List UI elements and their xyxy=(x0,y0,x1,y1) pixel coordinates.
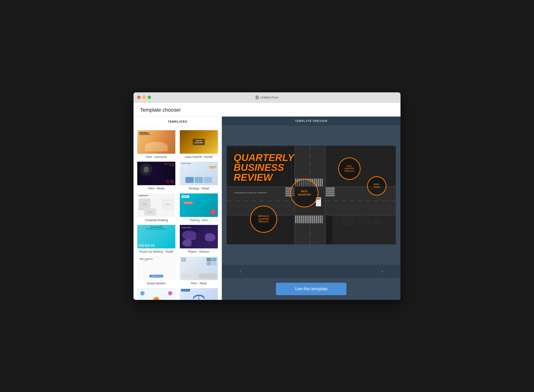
template-label-pitch-media: Pitch - Media xyxy=(148,187,164,191)
svg-rect-58 xyxy=(318,215,319,223)
svg-rect-55 xyxy=(312,215,313,223)
template-item-exec-brief[interactable]: INSURANCE xyxy=(179,288,219,300)
svg-rect-48 xyxy=(299,215,300,223)
template-thumb-around-topic xyxy=(137,288,176,300)
traffic-lights xyxy=(137,96,151,99)
template-label-pitch-insurance: Pitch - Insurance xyxy=(146,155,167,159)
svg-rect-29 xyxy=(325,193,335,194)
svg-rect-53 xyxy=(308,215,309,223)
svg-line-1 xyxy=(159,293,172,300)
preview-panel: TEMPLATE PREVIEW xyxy=(222,117,401,300)
template-item-strategy-retail[interactable]: Retail Strategy Strat xyxy=(179,161,219,191)
templates-grid: INSURANCESALES PITCH Pitch - Insurance S… xyxy=(133,127,222,300)
svg-rect-59 xyxy=(320,215,321,223)
templates-header: TEMPLATES xyxy=(133,117,222,127)
template-thumb-simple-modern: SIMPLE TEMPLATE SUBTITLE SIMPLE TOPIC 01 xyxy=(137,256,176,281)
template-thumb-exec-brief: INSURANCE xyxy=(179,288,218,300)
nav-arrows: ‹ › xyxy=(222,265,401,278)
template-item-simple-modern[interactable]: SIMPLE TEMPLATE SUBTITLE SIMPLE TOPIC 01… xyxy=(136,256,177,285)
prev-arrow[interactable]: ‹ xyxy=(236,267,244,276)
preview-footer: Use this template xyxy=(222,278,401,300)
svg-rect-49 xyxy=(301,215,302,223)
template-item-pitch-retail[interactable]: RETAILSALESPITCH xyxy=(179,256,219,285)
svg-rect-28 xyxy=(325,191,335,192)
svg-rect-52 xyxy=(306,215,308,223)
svg-rect-76 xyxy=(342,216,356,226)
template-item-pitch-media[interactable]: MEDIA SALESPITCH Pitch - Media xyxy=(136,161,177,191)
maximize-button[interactable] xyxy=(148,96,151,99)
template-thumb-pitch-retail: RETAILSALESPITCH xyxy=(179,256,218,281)
svg-rect-56 xyxy=(314,215,315,223)
svg-rect-50 xyxy=(303,215,304,223)
svg-rect-44 xyxy=(320,179,321,187)
app-header: Template chooser xyxy=(133,103,401,117)
template-thumb-report-abstract: Project report xyxy=(179,224,218,249)
window-title-text: Untitled Prezi xyxy=(260,96,278,99)
template-thumb-roundup-health: HEALTHCARE Weekly-Monthly Roundup Meetin… xyxy=(137,224,176,249)
document-icon xyxy=(255,95,259,99)
svg-rect-47 xyxy=(297,215,298,223)
preview-header: TEMPLATE PREVIEW xyxy=(222,117,401,126)
svg-rect-78 xyxy=(372,219,382,226)
title-bar: Untitled Prezi xyxy=(133,92,401,103)
prev-icon: ‹ xyxy=(239,269,241,274)
template-item-creativity[interactable]: CREATIVITY TOPIC 1 TOPIC 2 TOPIC 3 Creat… xyxy=(136,193,177,222)
svg-rect-64 xyxy=(325,146,326,244)
template-thumb-sales-kickoff: SALESKICKOFF xyxy=(179,130,218,154)
page-title: Template chooser xyxy=(140,107,394,113)
svg-rect-77 xyxy=(358,214,370,226)
svg-rect-30 xyxy=(325,195,335,196)
template-label-creativity: Creativity-Drawing xyxy=(145,219,168,222)
use-template-button[interactable]: Use this template xyxy=(276,283,346,295)
next-icon: › xyxy=(381,269,383,274)
template-label-pitch-retail: Pitch - Retail xyxy=(191,282,207,285)
template-item-report-abstract[interactable]: Project report Report - Abstract xyxy=(179,224,219,254)
svg-rect-57 xyxy=(316,215,317,223)
svg-rect-46 xyxy=(295,215,296,223)
window-title: Untitled Prezi xyxy=(255,95,278,99)
main-content: TEMPLATES INSURANCESALES PITCH Pitch - I… xyxy=(133,117,401,300)
template-thumb-pitch-media: MEDIA SALESPITCH xyxy=(137,161,176,186)
template-label-simple-modern: Simple-Modern xyxy=(147,282,166,285)
aerial-road-bg: QUARTERLYBUSINESSREVIEW Presented by NAM… xyxy=(227,146,396,244)
svg-rect-54 xyxy=(310,215,311,223)
app-window: Untitled Prezi Template chooser TEMPLATE… xyxy=(133,92,401,300)
template-thumb-strategy-retail: Retail Strategy xyxy=(179,161,218,186)
template-thumb-pitch-insurance: INSURANCESALES PITCH xyxy=(137,130,176,154)
template-label-sales-kickoff: Sales KickOff - Rocket xyxy=(185,155,213,159)
umbrella-icon xyxy=(192,292,206,300)
close-button[interactable] xyxy=(137,96,141,99)
next-arrow[interactable]: › xyxy=(378,267,386,276)
template-item-sales-kickoff[interactable]: SALESKICKOFF Sales KickOff - Rocket xyxy=(179,130,219,159)
templates-panel: TEMPLATES INSURANCESALES PITCH Pitch - I… xyxy=(133,117,222,300)
template-thumb-creativity: CREATIVITY TOPIC 1 TOPIC 2 TOPIC 3 xyxy=(137,193,176,217)
template-item-roundup-health[interactable]: HEALTHCARE Weekly-Monthly Roundup Meetin… xyxy=(136,224,177,254)
svg-rect-60 xyxy=(322,215,323,223)
template-label-report-abstract: Report - Abstract xyxy=(188,250,209,254)
svg-rect-45 xyxy=(322,179,323,187)
template-label-training-edu: Training - EDU xyxy=(189,219,208,222)
svg-rect-51 xyxy=(304,215,306,223)
template-item-pitch-insurance[interactable]: INSURANCESALES PITCH Pitch - Insurance xyxy=(136,130,177,159)
preview-image: QUARTERLYBUSINESSREVIEW Presented by NAM… xyxy=(227,146,396,244)
template-label-roundup-health: Round Up Meeting - Health xyxy=(139,250,173,254)
template-item-training-edu[interactable]: INTRO ROUND ON + Training - EDU xyxy=(179,193,219,222)
template-thumb-training-edu: INTRO ROUND ON + xyxy=(179,193,218,217)
minimize-button[interactable] xyxy=(142,96,146,99)
preview-image-area: QUARTERLYBUSINESSREVIEW Presented by NAM… xyxy=(222,126,401,265)
template-label-strategy-retail: Strategy - Retail xyxy=(189,187,209,191)
svg-rect-26 xyxy=(325,187,335,189)
svg-rect-27 xyxy=(325,189,335,191)
template-item-around-topic[interactable]: Around a Topic xyxy=(136,288,177,300)
svg-rect-43 xyxy=(318,179,319,187)
